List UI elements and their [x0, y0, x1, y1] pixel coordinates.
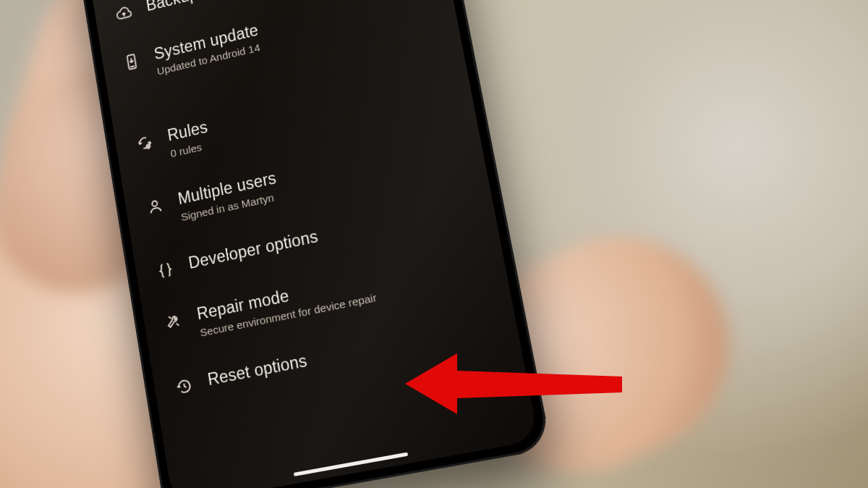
tools-icon	[162, 310, 185, 332]
rules-icon	[134, 132, 156, 153]
phone-download-icon	[121, 51, 143, 72]
braces-icon	[154, 259, 177, 282]
settings-list: Da… GMT+00:00 Gree… Ba	[85, 0, 525, 437]
gesture-nav-bar[interactable]	[294, 452, 409, 476]
history-icon	[173, 375, 196, 397]
phone: Da… GMT+00:00 Gree… Ba	[116, 0, 506, 485]
photo-scene: Da… GMT+00:00 Gree… Ba	[0, 0, 868, 488]
person-icon	[144, 195, 167, 218]
cloud-upload-icon	[113, 3, 135, 25]
svg-point-3	[152, 201, 158, 207]
phone-screen: Da… GMT+00:00 Gree… Ba	[85, 0, 539, 488]
